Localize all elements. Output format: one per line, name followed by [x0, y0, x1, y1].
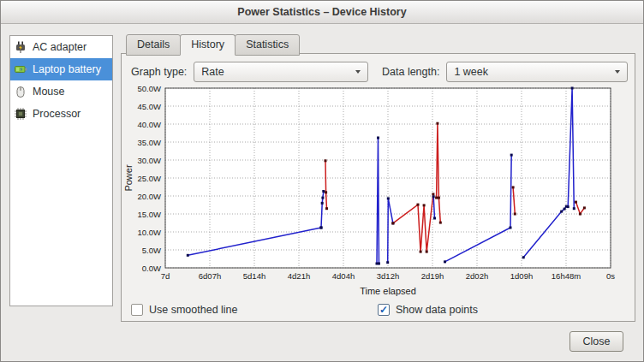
svg-text:0s: 0s [606, 271, 615, 281]
svg-text:2d02h: 2d02h [466, 271, 488, 281]
svg-text:30.0W: 30.0W [138, 156, 161, 165]
checkbox-label: Use smoothed line [149, 304, 238, 316]
tab-history[interactable]: History [180, 34, 236, 56]
svg-text:0.0W: 0.0W [142, 264, 161, 273]
tab-label: Statistics [246, 39, 289, 50]
device-item-ac-adapter[interactable]: AC adapter [10, 36, 112, 58]
checkbox-box[interactable]: ✓ [378, 304, 390, 316]
svg-text:5d14h: 5d14h [243, 271, 265, 281]
chevron-down-icon [355, 70, 361, 74]
svg-text:45.0W: 45.0W [138, 102, 161, 111]
svg-text:20.0W: 20.0W [138, 192, 161, 201]
close-button-label: Close [583, 335, 611, 347]
tab-statistics[interactable]: Statistics [235, 34, 300, 56]
svg-text:1d09h: 1d09h [510, 271, 533, 281]
device-item-label: AC adapter [33, 41, 86, 53]
svg-text:5.0W: 5.0W [142, 246, 161, 255]
mouse-icon [14, 85, 27, 98]
device-item-processor[interactable]: Processor [10, 103, 112, 125]
checkbox-label: Show data points [396, 304, 478, 316]
svg-text:4d21h: 4d21h [288, 271, 310, 281]
graph-type-label: Graph type: [131, 66, 187, 78]
history-chart-area: 50.0W45.0W40.0W35.0W30.0W25.0W20.0W15.0W… [121, 84, 619, 300]
svg-text:35.0W: 35.0W [138, 138, 161, 147]
tab-label: Details [137, 39, 170, 50]
device-item-laptop-battery[interactable]: Laptop battery [10, 58, 112, 80]
graph-controls: Graph type: Rate Data length: 1 week [131, 62, 628, 82]
device-item-label: Mouse [33, 86, 65, 98]
svg-text:50.0W: 50.0W [138, 84, 161, 93]
svg-text:25.0W: 25.0W [138, 174, 161, 183]
show-data-points-checkbox[interactable]: ✓ Show data points [378, 304, 478, 316]
svg-text:15.0W: 15.0W [138, 210, 161, 219]
titlebar: Power Statistics – Device History [1, 1, 643, 24]
ac-adapter-icon [14, 40, 27, 54]
device-item-mouse[interactable]: Mouse [10, 80, 112, 103]
data-length-value: 1 week [454, 66, 610, 78]
checkbox-box[interactable] [131, 304, 143, 316]
use-smoothed-line-checkbox[interactable]: Use smoothed line [131, 304, 238, 316]
svg-text:6d07h: 6d07h [199, 271, 221, 281]
svg-text:16h48m: 16h48m [552, 271, 581, 281]
tab-label: History [191, 39, 224, 50]
history-chart: 50.0W45.0W40.0W35.0W30.0W25.0W20.0W15.0W… [121, 84, 619, 300]
processor-icon [14, 107, 27, 121]
device-item-label: Processor [33, 108, 80, 120]
device-item-label: Laptop battery [33, 63, 101, 75]
window-title: Power Statistics – Device History [237, 6, 406, 18]
svg-text:10.0W: 10.0W [138, 228, 161, 237]
graph-type-value: Rate [201, 66, 350, 78]
power-statistics-window: Power Statistics – Device History AC ada… [0, 0, 644, 362]
svg-text:3d12h: 3d12h [377, 271, 399, 281]
tab-bar: Details History Statistics [126, 34, 299, 56]
close-button[interactable]: Close [569, 331, 623, 352]
svg-text:2d19h: 2d19h [421, 271, 444, 281]
svg-text:4d04h: 4d04h [332, 271, 355, 281]
svg-text:40.0W: 40.0W [138, 120, 161, 129]
laptop-battery-icon [14, 62, 27, 76]
svg-text:Power: Power [123, 164, 134, 192]
tab-details[interactable]: Details [126, 34, 181, 56]
graph-type-dropdown[interactable]: Rate [194, 62, 368, 82]
data-length-dropdown[interactable]: 1 week [446, 62, 628, 82]
device-list: AC adapter Laptop battery M [9, 35, 113, 306]
data-length-label: Data length: [382, 66, 439, 78]
svg-text:7d: 7d [161, 271, 170, 281]
chevron-down-icon [615, 70, 620, 74]
svg-text:Time elapsed: Time elapsed [360, 286, 416, 296]
